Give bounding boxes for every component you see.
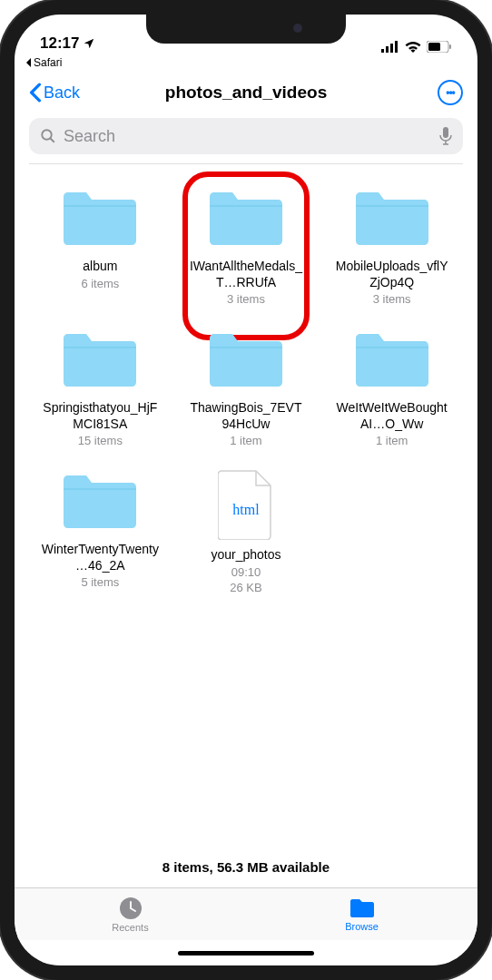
nav-bar: Back photos_and_videos ••• <box>15 71 477 114</box>
svg-point-7 <box>42 130 52 140</box>
folder-meta: 3 items <box>227 292 265 306</box>
folder-meta: 15 items <box>78 434 123 447</box>
device-frame: 12:17 Safari Back photos_and_videos ••• <box>0 0 492 980</box>
svg-rect-6 <box>449 44 451 49</box>
search-icon <box>40 128 56 144</box>
file-name: your_photos <box>211 547 280 564</box>
back-button[interactable]: Back <box>29 83 80 103</box>
svg-rect-3 <box>395 41 398 53</box>
mic-icon[interactable] <box>439 127 452 145</box>
file-item[interactable]: html your_photos 09:10 26 KB <box>179 469 314 594</box>
folder-item[interactable]: album 6 items <box>33 186 168 306</box>
folder-name: WinterTwentyTwenty…46_2A <box>41 542 159 573</box>
folder-icon <box>352 186 432 250</box>
tab-label: Browse <box>345 921 379 932</box>
svg-rect-0 <box>381 49 384 53</box>
folder-item[interactable]: WeItWeItWeBoughtAI…O_Ww 1 item <box>324 328 459 447</box>
app-return-label: Safari <box>34 56 62 69</box>
chevron-left-icon <box>29 83 42 103</box>
folder-meta: 1 item <box>376 434 408 447</box>
back-label: Back <box>44 83 80 103</box>
battery-icon <box>427 41 452 53</box>
storage-status: 8 items, 56.3 MB available <box>15 847 477 887</box>
location-icon <box>83 37 95 50</box>
caret-left-icon <box>25 58 32 67</box>
folder-item[interactable]: WinterTwentyTwenty…46_2A 5 items <box>33 469 168 594</box>
folder-item[interactable]: MobileUploads_vflYZjOp4Q 3 items <box>324 186 459 306</box>
cellular-icon <box>381 41 399 53</box>
tab-recents[interactable]: Recents <box>15 888 246 940</box>
folder-icon <box>206 328 286 391</box>
file-size: 26 KB <box>230 581 261 594</box>
notch <box>146 15 346 44</box>
app-return-bar[interactable]: Safari <box>15 54 477 71</box>
search-bar[interactable] <box>29 118 463 154</box>
folder-name: IWantAlltheMedals_T…RRUfA <box>187 259 305 290</box>
folder-name: album <box>83 259 117 275</box>
file-grid: album 6 items IWantAlltheMedals_T…RRUfA … <box>15 164 477 616</box>
svg-rect-5 <box>428 43 440 51</box>
tab-bar: Recents Browse <box>15 887 477 940</box>
page-title: photos_and_videos <box>165 83 327 103</box>
folder-icon <box>60 469 140 533</box>
folder-icon <box>60 328 140 391</box>
file-icon: html <box>218 469 274 540</box>
tab-label: Recents <box>112 922 148 933</box>
svg-rect-2 <box>390 44 393 53</box>
folder-tab-icon <box>349 897 376 919</box>
screen: 12:17 Safari Back photos_and_videos ••• <box>15 15 477 965</box>
status-time: 12:17 <box>40 34 79 53</box>
folder-item[interactable]: IWantAlltheMedals_T…RRUfA 3 items <box>179 186 314 306</box>
folder-meta: 6 items <box>81 277 119 290</box>
folder-name: WeItWeItWeBoughtAI…O_Ww <box>333 400 451 432</box>
home-indicator[interactable] <box>15 940 477 965</box>
folder-name: MobileUploads_vflYZjOp4Q <box>333 259 451 290</box>
search-input[interactable] <box>64 127 432 146</box>
folder-icon <box>206 186 286 250</box>
volume-down-button <box>0 290 1 354</box>
folder-meta: 1 item <box>230 434 261 447</box>
folder-name: Springisthatyou_HjFMCI81SA <box>41 400 159 432</box>
folder-name: ThawingBois_7EVT94HcUw <box>187 400 305 432</box>
svg-text:html: html <box>232 502 260 517</box>
tab-browse[interactable]: Browse <box>246 888 477 940</box>
ellipsis-icon: ••• <box>446 86 455 99</box>
wifi-icon <box>405 41 421 53</box>
more-button[interactable]: ••• <box>438 80 463 105</box>
folder-meta: 5 items <box>81 575 119 589</box>
folder-item[interactable]: ThawingBois_7EVT94HcUw 1 item <box>179 328 314 447</box>
svg-rect-1 <box>386 46 389 53</box>
mute-switch <box>0 145 1 181</box>
volume-up-button <box>0 209 1 272</box>
file-meta: 09:10 <box>231 565 261 579</box>
folder-icon <box>352 328 432 391</box>
clock-icon <box>119 897 143 920</box>
folder-meta: 3 items <box>373 292 411 306</box>
svg-rect-9 <box>443 127 448 138</box>
folder-icon <box>60 186 140 250</box>
svg-line-8 <box>50 138 54 142</box>
folder-item[interactable]: Springisthatyou_HjFMCI81SA 15 items <box>33 328 168 447</box>
